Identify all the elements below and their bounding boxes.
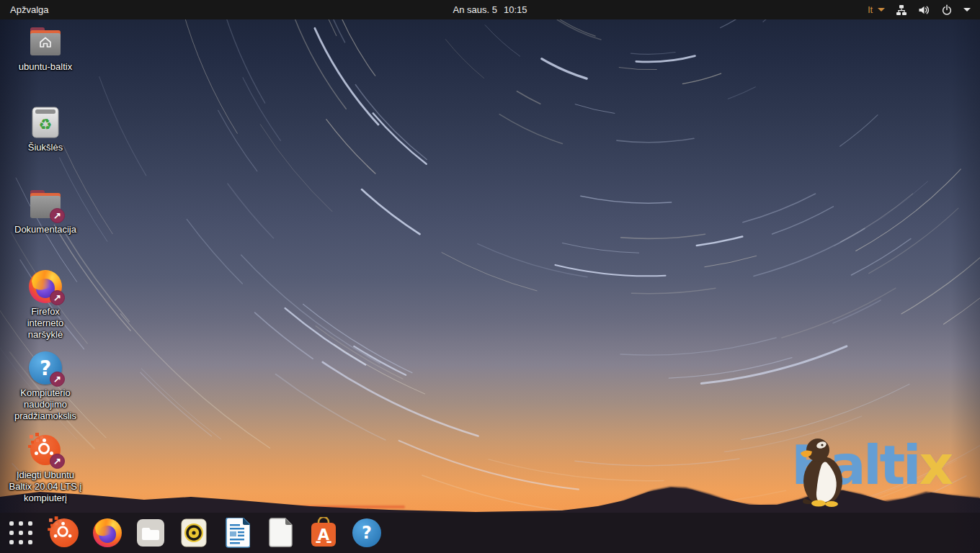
power-icon[interactable] bbox=[941, 4, 953, 16]
symlink-badge-icon: ↗ bbox=[50, 454, 65, 469]
desktop-icon-trash[interactable]: ♻ Šiukšlės bbox=[6, 105, 85, 153]
desktop-icon-firefox[interactable]: ↗ Firefox interneto naršyklė bbox=[6, 269, 85, 341]
desktop-screen: Baltix Apžvalga An saus. 5 10:15 lt bbox=[0, 0, 980, 553]
libreoffice-start-center-icon bbox=[268, 518, 293, 548]
dock-item-firefox[interactable] bbox=[90, 516, 125, 550]
clock-button[interactable]: An saus. 5 10:15 bbox=[453, 0, 527, 19]
show-applications-button[interactable] bbox=[4, 516, 38, 550]
trash-icon: ♻ bbox=[30, 105, 61, 140]
desktop-icon-installer[interactable]: ↗ Įdiegti Ubuntu Baltix 20.04 LTS į komp… bbox=[6, 433, 85, 504]
desktop-icon-dokumentacija[interactable]: ↗ Dokumentacija bbox=[6, 187, 85, 235]
desktop-icon-help[interactable]: ? ↗ Kompiuterio naudojimo pradžiamokslis bbox=[6, 351, 85, 422]
ubiquity-installer-icon bbox=[48, 516, 81, 549]
dock-item-files[interactable] bbox=[133, 516, 168, 550]
files-icon bbox=[136, 518, 165, 547]
grid-icon bbox=[9, 521, 32, 544]
activities-button[interactable]: Apžvalga bbox=[0, 0, 58, 19]
libreoffice-writer-icon bbox=[224, 518, 250, 548]
baltix-wallpaper-logo: Baltix bbox=[791, 432, 979, 511]
ubuntu-software-icon: A bbox=[308, 517, 339, 549]
dock-item-help[interactable]: ? bbox=[349, 516, 384, 550]
symlink-badge-icon: ↗ bbox=[50, 290, 65, 305]
desktop-icon-label: Kompiuterio naudojimo pradžiamokslis bbox=[6, 387, 85, 422]
clock-date: An saus. 5 bbox=[453, 4, 497, 15]
status-area: lt bbox=[868, 0, 980, 19]
desktop-icon-label: Įdiegti Ubuntu Baltix 20.04 LTS į kompiu… bbox=[5, 469, 86, 504]
wallpaper: Baltix bbox=[0, 0, 980, 553]
firefox-icon bbox=[93, 518, 122, 547]
help-icon: ? bbox=[352, 518, 381, 547]
penguin-icon bbox=[794, 438, 850, 507]
svg-text:A: A bbox=[318, 526, 330, 544]
keyboard-layout-label: lt bbox=[868, 4, 873, 15]
home-folder-icon bbox=[28, 26, 63, 58]
desktop-icon-label: ubuntu-baltix bbox=[6, 61, 84, 73]
dock-item-installer[interactable] bbox=[47, 516, 81, 550]
symlink-badge-icon: ↗ bbox=[50, 372, 65, 387]
dock-item-libreoffice[interactable] bbox=[263, 516, 298, 550]
desktop-icon-label: Firefox interneto naršyklė bbox=[19, 306, 71, 341]
svg-text:♻: ♻ bbox=[39, 116, 53, 133]
volume-icon[interactable] bbox=[918, 4, 930, 16]
keyboard-layout-indicator[interactable]: lt bbox=[868, 4, 886, 15]
dock-item-rhythmbox[interactable] bbox=[177, 516, 211, 550]
symlink-badge-icon: ↗ bbox=[50, 208, 65, 223]
desktop-icon-label: Dokumentacija bbox=[6, 224, 84, 235]
system-menu-chevron-icon[interactable] bbox=[963, 8, 971, 12]
dock-item-writer[interactable] bbox=[220, 516, 254, 550]
network-wired-icon[interactable] bbox=[896, 4, 907, 16]
desktop-icon-label: Šiukšlės bbox=[6, 142, 84, 153]
desktop-icon-home[interactable]: ubuntu-baltix bbox=[6, 24, 85, 73]
clock-time: 10:15 bbox=[504, 4, 527, 15]
dock-item-software[interactable]: A bbox=[306, 516, 341, 550]
dock: A ? bbox=[0, 513, 980, 553]
rhythmbox-icon bbox=[179, 518, 208, 547]
top-bar: Apžvalga An saus. 5 10:15 lt bbox=[0, 0, 980, 19]
chevron-down-icon bbox=[878, 8, 885, 12]
